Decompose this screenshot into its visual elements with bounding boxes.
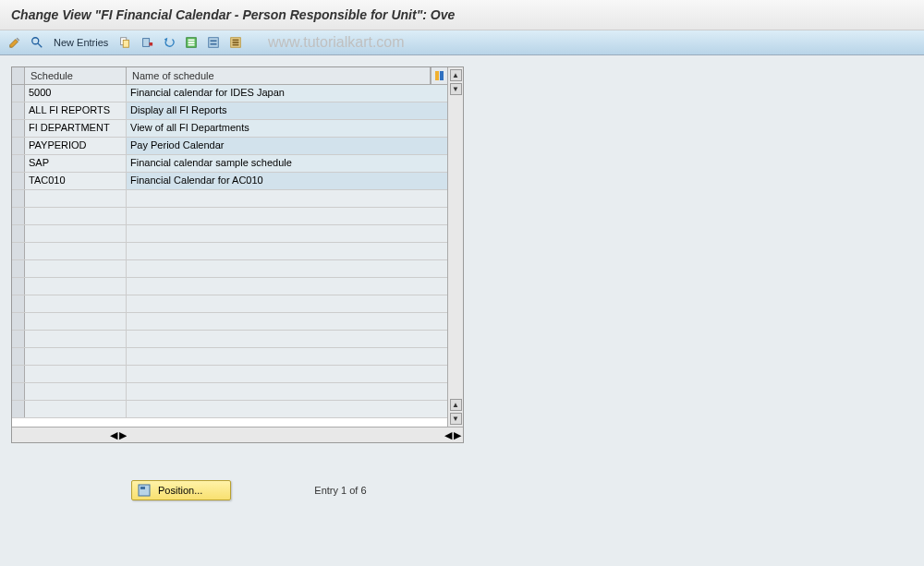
table-row-empty[interactable]: [12, 366, 447, 383]
cell-name[interactable]: [127, 208, 447, 224]
copy-icon[interactable]: [116, 33, 134, 52]
table-row-empty[interactable]: [12, 190, 447, 208]
scroll-up-icon[interactable]: ▲: [450, 69, 462, 81]
row-selector[interactable]: [12, 295, 25, 312]
cell-schedule[interactable]: [25, 190, 127, 207]
delete-icon[interactable]: [138, 33, 156, 52]
scroll-down-step-icon[interactable]: ▼: [450, 83, 462, 95]
select-all-icon[interactable]: [182, 33, 201, 52]
row-selector[interactable]: [12, 401, 25, 417]
cell-name[interactable]: [127, 190, 447, 207]
deselect-icon[interactable]: [226, 33, 245, 52]
scroll-left-step-icon[interactable]: ◀: [444, 429, 452, 441]
cell-schedule[interactable]: SAP: [25, 155, 127, 172]
table-row-empty[interactable]: [12, 295, 447, 313]
table-row-empty[interactable]: [12, 313, 447, 331]
scroll-up-step-icon[interactable]: ▲: [450, 399, 462, 411]
row-selector[interactable]: [12, 260, 25, 277]
cell-schedule[interactable]: [25, 295, 127, 312]
cell-schedule[interactable]: [25, 383, 127, 400]
cell-name[interactable]: [127, 243, 447, 259]
table-row[interactable]: PAYPERIODPay Period Calendar: [12, 138, 447, 155]
row-selector[interactable]: [12, 208, 25, 224]
row-selector[interactable]: [12, 102, 25, 119]
cell-name[interactable]: [127, 401, 447, 417]
cell-name[interactable]: [127, 383, 447, 400]
cell-schedule[interactable]: [25, 260, 127, 277]
display-icon[interactable]: [28, 33, 46, 52]
cell-schedule[interactable]: FI DEPARTMENT: [25, 120, 127, 137]
cell-name[interactable]: [127, 260, 447, 277]
row-selector[interactable]: [12, 313, 25, 330]
table-row[interactable]: ALL FI REPORTSDisplay all FI Reports: [12, 102, 447, 120]
scroll-down-icon[interactable]: ▼: [450, 413, 462, 425]
row-selector[interactable]: [12, 138, 25, 154]
row-selector[interactable]: [12, 278, 25, 295]
table-row[interactable]: 5000Financial calendar for IDES Japan: [12, 85, 447, 102]
table-settings-icon[interactable]: [431, 67, 447, 84]
cell-name[interactable]: [127, 295, 447, 312]
row-selector[interactable]: [12, 173, 25, 189]
row-selector[interactable]: [12, 243, 25, 259]
row-selector[interactable]: [12, 155, 25, 172]
cell-schedule[interactable]: [25, 243, 127, 259]
cell-schedule[interactable]: [25, 313, 127, 330]
col-schedule[interactable]: Schedule: [25, 67, 127, 84]
table-row[interactable]: TAC010Financial Calendar for AC010: [12, 173, 447, 190]
row-selector-header[interactable]: [12, 67, 25, 84]
cell-name[interactable]: Display all FI Reports: [127, 102, 447, 119]
table-row-empty[interactable]: [12, 401, 447, 418]
table-row-empty[interactable]: [12, 225, 447, 243]
cell-name[interactable]: [127, 225, 447, 242]
col-name[interactable]: Name of schedule: [127, 67, 431, 84]
table-row-empty[interactable]: [12, 348, 447, 366]
vertical-scrollbar[interactable]: ▲ ▼ ▲ ▼: [447, 67, 463, 427]
cell-name[interactable]: [127, 348, 447, 365]
horizontal-scrollbar[interactable]: ◀ ▶ ◀ ▶: [12, 427, 463, 442]
scroll-right-step-icon[interactable]: ▶: [119, 429, 127, 441]
scroll-left-icon[interactable]: ◀: [110, 429, 117, 441]
cell-schedule[interactable]: [25, 225, 127, 242]
undo-icon[interactable]: [160, 33, 178, 52]
cell-schedule[interactable]: TAC010: [25, 173, 127, 189]
cell-schedule[interactable]: [25, 401, 127, 417]
cell-schedule[interactable]: 5000: [25, 85, 127, 102]
select-block-icon[interactable]: [204, 33, 223, 52]
new-entries-button[interactable]: New Entries: [50, 37, 112, 48]
cell-name[interactable]: Financial Calendar for AC010: [127, 173, 447, 189]
cell-schedule[interactable]: [25, 278, 127, 295]
row-selector[interactable]: [12, 383, 25, 400]
cell-name[interactable]: [127, 278, 447, 295]
cell-name[interactable]: Financial calendar sample schedule: [127, 155, 447, 172]
cell-schedule[interactable]: [25, 366, 127, 382]
cell-schedule[interactable]: [25, 208, 127, 224]
row-selector[interactable]: [12, 120, 25, 137]
cell-schedule[interactable]: PAYPERIOD: [25, 138, 127, 154]
table-row-empty[interactable]: [12, 208, 447, 225]
table-row-empty[interactable]: [12, 260, 447, 278]
cell-name[interactable]: Financial calendar for IDES Japan: [127, 85, 447, 102]
table-row-empty[interactable]: [12, 331, 447, 348]
table-row[interactable]: FI DEPARTMENTView of all FI Departments: [12, 120, 447, 138]
cell-schedule[interactable]: ALL FI REPORTS: [25, 102, 127, 119]
row-selector[interactable]: [12, 85, 25, 102]
table-row[interactable]: SAPFinancial calendar sample schedule: [12, 155, 447, 173]
table-row-empty[interactable]: [12, 383, 447, 401]
position-button[interactable]: Position...: [131, 480, 231, 500]
table-row-empty[interactable]: [12, 278, 447, 295]
cell-name[interactable]: [127, 366, 447, 382]
change-icon[interactable]: [6, 33, 24, 52]
cell-name[interactable]: Pay Period Calendar: [127, 138, 447, 154]
scroll-right-icon[interactable]: ▶: [454, 429, 461, 441]
cell-name[interactable]: [127, 313, 447, 330]
cell-name[interactable]: View of all FI Departments: [127, 120, 447, 137]
cell-schedule[interactable]: [25, 331, 127, 347]
row-selector[interactable]: [12, 190, 25, 207]
row-selector[interactable]: [12, 331, 25, 347]
table-row-empty[interactable]: [12, 243, 447, 260]
row-selector[interactable]: [12, 348, 25, 365]
row-selector[interactable]: [12, 366, 25, 382]
cell-schedule[interactable]: [25, 348, 127, 365]
cell-name[interactable]: [127, 331, 447, 347]
row-selector[interactable]: [12, 225, 25, 242]
